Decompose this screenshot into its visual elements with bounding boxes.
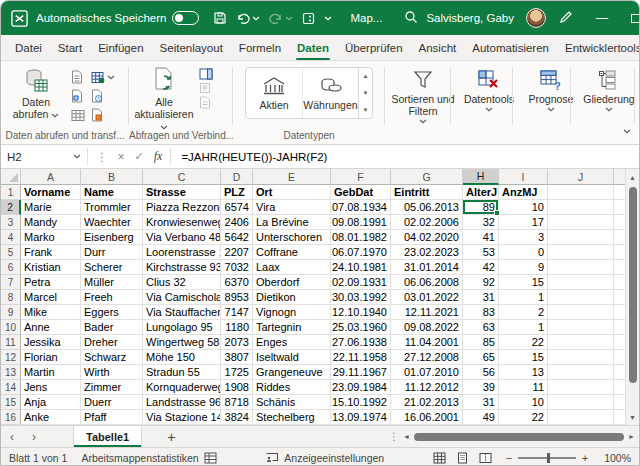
cell-G14[interactable]: 11.12.2012 bbox=[391, 380, 463, 395]
scrollbar-splitter[interactable]: ⋮ bbox=[389, 431, 399, 442]
cell-J10[interactable] bbox=[548, 320, 614, 335]
zoom-slider[interactable] bbox=[518, 457, 576, 459]
column-header-A[interactable]: A bbox=[21, 169, 81, 185]
from-table-button[interactable] bbox=[71, 106, 85, 124]
cell-E8[interactable]: Dietikon bbox=[253, 290, 331, 305]
cell-B4[interactable]: Eisenberg bbox=[81, 230, 143, 245]
zoom-out-button[interactable]: − bbox=[506, 452, 512, 464]
display-settings-button[interactable]: Anzeigeeinstellungen bbox=[265, 452, 384, 464]
cell-A9[interactable]: Mike bbox=[21, 305, 81, 320]
next-sheet-button[interactable]: › bbox=[23, 426, 45, 447]
cell-I13[interactable]: 13 bbox=[499, 365, 548, 380]
row-header-8[interactable]: 8 bbox=[1, 290, 21, 305]
from-table-range-button[interactable] bbox=[91, 68, 115, 86]
cell-E11[interactable]: Enges bbox=[253, 335, 331, 350]
cell-F5[interactable]: 06.07.1970 bbox=[331, 245, 391, 260]
cell-B6[interactable]: Scherer bbox=[81, 260, 143, 275]
cell-D11[interactable]: 2073 bbox=[221, 335, 253, 350]
cell-B3[interactable]: Waechter bbox=[81, 215, 143, 230]
cell-J16[interactable] bbox=[548, 410, 614, 425]
zoom-in-button[interactable]: + bbox=[582, 452, 588, 464]
cell-J1[interactable] bbox=[548, 185, 614, 200]
cell-E7[interactable]: Oberdorf bbox=[253, 275, 331, 290]
column-header-C[interactable]: C bbox=[143, 169, 221, 185]
cell-D7[interactable]: 6370 bbox=[221, 275, 253, 290]
cell-C3[interactable]: Kronwiesenweg bbox=[143, 215, 221, 230]
cell-I11[interactable]: 22 bbox=[499, 335, 548, 350]
cell-C9[interactable]: Via Stauffacher 3 bbox=[143, 305, 221, 320]
cell-J3[interactable] bbox=[548, 215, 614, 230]
cell-B10[interactable]: Bader bbox=[81, 320, 143, 335]
cell-G1[interactable]: Eintritt bbox=[391, 185, 463, 200]
cell-D5[interactable]: 2207 bbox=[221, 245, 253, 260]
cell-F15[interactable]: 15.10.1992 bbox=[331, 395, 391, 410]
cell-J6[interactable] bbox=[548, 260, 614, 275]
cell-D12[interactable]: 3807 bbox=[221, 350, 253, 365]
page-break-view-button[interactable] bbox=[479, 452, 492, 464]
cell-A11[interactable]: Jessika bbox=[21, 335, 81, 350]
cell-J12[interactable] bbox=[548, 350, 614, 365]
cell-A15[interactable]: Anja bbox=[21, 395, 81, 410]
cell-A13[interactable]: Martin bbox=[21, 365, 81, 380]
cell-I12[interactable]: 15 bbox=[499, 350, 548, 365]
column-header-E[interactable]: E bbox=[253, 169, 331, 185]
cell-I4[interactable]: 3 bbox=[499, 230, 548, 245]
cell-H11[interactable]: 85 bbox=[463, 335, 499, 350]
tab-seitenlayout[interactable]: Seitenlayout bbox=[152, 35, 231, 60]
sheet-tab-tabelle1[interactable]: Tabelle1 bbox=[73, 426, 142, 447]
cell-A3[interactable]: Mandy bbox=[21, 215, 81, 230]
cell-J11[interactable] bbox=[548, 335, 614, 350]
row-header-13[interactable]: 13 bbox=[1, 365, 21, 380]
cell-I3[interactable]: 17 bbox=[499, 215, 548, 230]
workbook-stats-button[interactable]: Arbeitsmappenstatistiken bbox=[81, 452, 216, 464]
insert-function-button[interactable]: fx bbox=[154, 149, 163, 164]
cell-D16[interactable]: 3824 bbox=[221, 410, 253, 425]
cell-B5[interactable]: Durr bbox=[81, 245, 143, 260]
cell-G3[interactable]: 02.02.2006 bbox=[391, 215, 463, 230]
cell-B7[interactable]: Müller bbox=[81, 275, 143, 290]
cell-G8[interactable]: 03.01.2022 bbox=[391, 290, 463, 305]
scroll-right-icon[interactable]: ► bbox=[628, 433, 635, 440]
cell-E4[interactable]: Unterschoren bbox=[253, 230, 331, 245]
cell-C15[interactable]: Landstrasse 96 bbox=[143, 395, 221, 410]
row-header-10[interactable]: 10 bbox=[1, 320, 21, 335]
cell-C7[interactable]: Clius 32 bbox=[143, 275, 221, 290]
cell-F11[interactable]: 27.06.1938 bbox=[331, 335, 391, 350]
row-header-4[interactable]: 4 bbox=[1, 230, 21, 245]
get-data-button[interactable]: Daten abrufen bbox=[7, 65, 65, 121]
cell-H16[interactable]: 49 bbox=[463, 410, 499, 425]
from-web-button[interactable] bbox=[71, 87, 85, 105]
cell-G11[interactable]: 11.04.2001 bbox=[391, 335, 463, 350]
cell-D8[interactable]: 8953 bbox=[221, 290, 253, 305]
cell-E2[interactable]: Vira bbox=[253, 200, 331, 215]
cell-H10[interactable]: 63 bbox=[463, 320, 499, 335]
cell-D1[interactable]: PLZ bbox=[221, 185, 253, 200]
cell-D4[interactable]: 5642 bbox=[221, 230, 253, 245]
cell-E15[interactable]: Schänis bbox=[253, 395, 331, 410]
tab-formeln[interactable]: Formeln bbox=[231, 35, 289, 60]
normal-view-button[interactable] bbox=[433, 452, 446, 464]
cell-J4[interactable] bbox=[548, 230, 614, 245]
recent-sources-button[interactable] bbox=[91, 87, 115, 105]
cell-D14[interactable]: 1908 bbox=[221, 380, 253, 395]
cell-C16[interactable]: Via Stazione 147 bbox=[143, 410, 221, 425]
stocks-button[interactable]: Aktien bbox=[246, 68, 302, 118]
tab-entwicklertools[interactable]: Entwicklertools bbox=[557, 35, 640, 60]
cell-D10[interactable]: 1180 bbox=[221, 320, 253, 335]
cell-F16[interactable]: 13.09.1974 bbox=[331, 410, 391, 425]
save-button[interactable] bbox=[213, 11, 227, 25]
cell-E6[interactable]: Laax bbox=[253, 260, 331, 275]
column-header-D[interactable]: D bbox=[221, 169, 253, 185]
column-header-H[interactable]: H bbox=[463, 169, 499, 185]
cell-H8[interactable]: 31 bbox=[463, 290, 499, 305]
cell-B8[interactable]: Freeh bbox=[81, 290, 143, 305]
cell-F12[interactable]: 22.11.1958 bbox=[331, 350, 391, 365]
cell-D15[interactable]: 8718 bbox=[221, 395, 253, 410]
select-all-corner[interactable] bbox=[1, 169, 21, 185]
cell-E16[interactable]: Stechelberg bbox=[253, 410, 331, 425]
tab-ansicht[interactable]: Ansicht bbox=[411, 35, 465, 60]
cell-I14[interactable]: 11 bbox=[499, 380, 548, 395]
cell-H1[interactable]: AlterJ bbox=[463, 185, 499, 200]
cell-E9[interactable]: Vignogn bbox=[253, 305, 331, 320]
tab-start[interactable]: Start bbox=[50, 35, 90, 60]
